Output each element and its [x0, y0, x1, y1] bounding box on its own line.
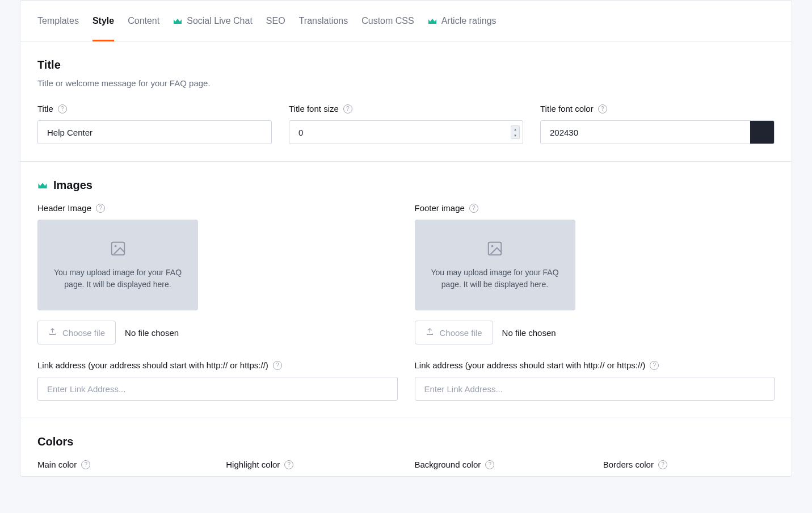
- help-icon[interactable]: ?: [81, 460, 90, 469]
- help-icon[interactable]: ?: [343, 104, 352, 113]
- tab-social-live-chat[interactable]: Social Live Chat: [173, 1, 253, 41]
- images-heading: Images: [37, 179, 775, 192]
- tab-social-label: Social Live Chat: [187, 16, 253, 26]
- tab-content-label: Content: [128, 16, 159, 26]
- upload-icon: [48, 327, 57, 338]
- help-icon[interactable]: ?: [650, 361, 659, 370]
- tab-custom-css-label: Custom CSS: [361, 16, 414, 26]
- colors-section: Colors Main color ? Highlight color ? Ba…: [20, 418, 792, 476]
- footer-image-label: Footer image ?: [415, 203, 775, 213]
- help-icon[interactable]: ?: [284, 460, 293, 469]
- title-label-text: Title: [37, 104, 53, 113]
- title-font-color-label: Title font color ?: [540, 104, 775, 113]
- crown-icon: [173, 18, 182, 24]
- images-heading-text: Images: [53, 179, 92, 192]
- svg-point-3: [491, 245, 494, 247]
- color-swatch[interactable]: [750, 121, 774, 144]
- title-font-size-input[interactable]: [289, 120, 523, 144]
- svg-rect-0: [111, 242, 124, 255]
- header-image-label: Header Image ?: [37, 203, 398, 213]
- title-font-size-label: Title font size ?: [289, 104, 523, 113]
- tab-seo-label: SEO: [266, 16, 285, 26]
- borders-color-label: Borders color ?: [603, 460, 775, 469]
- tabs-bar: Templates Style Content Social Live Chat…: [20, 1, 792, 41]
- title-font-color-input[interactable]: [541, 121, 750, 144]
- svg-rect-2: [489, 242, 502, 255]
- background-color-label-text: Background color: [415, 460, 481, 469]
- title-desc: Title or welcome message for your FAQ pa…: [37, 78, 775, 88]
- help-icon[interactable]: ?: [485, 460, 494, 469]
- tab-templates[interactable]: Templates: [37, 1, 79, 41]
- footer-image-hint: You may upload image for your FAQ page. …: [426, 267, 564, 291]
- footer-image-dropzone[interactable]: You may upload image for your FAQ page. …: [415, 220, 575, 310]
- tab-ratings-label: Article ratings: [441, 16, 497, 26]
- footer-image-label-text: Footer image: [415, 203, 465, 213]
- help-icon[interactable]: ?: [469, 204, 478, 213]
- header-link-label: Link address (your address should start …: [37, 360, 398, 370]
- upload-icon: [426, 327, 434, 338]
- title-heading: Title: [37, 58, 775, 72]
- main-color-label: Main color ?: [37, 460, 209, 469]
- header-link-label-text: Link address (your address should start …: [37, 360, 268, 370]
- title-input[interactable]: [37, 120, 272, 144]
- header-file-status: No file chosen: [125, 328, 179, 338]
- image-icon: [110, 240, 127, 259]
- title-field-label: Title ?: [37, 104, 272, 113]
- svg-point-1: [114, 245, 116, 247]
- font-color-label-text: Title font color: [540, 104, 594, 113]
- header-image-label-text: Header Image: [37, 203, 91, 213]
- header-image-dropzone[interactable]: You may upload image for your FAQ page. …: [37, 220, 198, 310]
- tab-translations[interactable]: Translations: [299, 1, 348, 41]
- help-icon[interactable]: ?: [658, 460, 667, 469]
- help-icon[interactable]: ?: [96, 204, 105, 213]
- colors-heading: Colors: [37, 435, 775, 448]
- crown-icon: [37, 179, 48, 192]
- help-icon[interactable]: ?: [273, 361, 282, 370]
- tab-translations-label: Translations: [299, 16, 348, 26]
- tab-templates-label: Templates: [37, 16, 79, 26]
- font-size-label-text: Title font size: [289, 104, 339, 113]
- borders-color-label-text: Borders color: [603, 460, 654, 469]
- tab-article-ratings[interactable]: Article ratings: [428, 1, 497, 41]
- footer-file-status: No file chosen: [502, 328, 556, 338]
- header-link-input[interactable]: [37, 377, 398, 401]
- footer-link-label-text: Link address (your address should start …: [415, 360, 646, 370]
- tab-content[interactable]: Content: [128, 1, 159, 41]
- choose-file-label: Choose file: [62, 328, 105, 338]
- tab-style-label: Style: [92, 16, 114, 26]
- highlight-color-label-text: Highlight color: [226, 460, 280, 469]
- highlight-color-label: Highlight color ?: [226, 460, 397, 469]
- crown-icon: [428, 18, 437, 24]
- tab-style[interactable]: Style: [92, 1, 114, 41]
- images-section: Images Header Image ? You may upload ima…: [20, 162, 792, 418]
- footer-choose-file-button[interactable]: Choose file: [415, 321, 493, 344]
- header-choose-file-button[interactable]: Choose file: [37, 321, 116, 344]
- help-icon[interactable]: ?: [58, 104, 67, 113]
- tab-seo[interactable]: SEO: [266, 1, 285, 41]
- footer-link-input[interactable]: [415, 377, 775, 401]
- choose-file-label: Choose file: [440, 328, 482, 338]
- help-icon[interactable]: ?: [598, 104, 607, 113]
- tab-custom-css[interactable]: Custom CSS: [361, 1, 414, 41]
- title-font-color-field[interactable]: [540, 120, 775, 144]
- title-section: Title Title or welcome message for your …: [20, 41, 792, 162]
- header-image-hint: You may upload image for your FAQ page. …: [49, 267, 187, 291]
- background-color-label: Background color ?: [415, 460, 586, 469]
- quantity-stepper[interactable]: ▲▼: [511, 125, 520, 139]
- main-color-label-text: Main color: [37, 460, 77, 469]
- image-icon: [486, 240, 503, 259]
- footer-link-label: Link address (your address should start …: [415, 360, 775, 370]
